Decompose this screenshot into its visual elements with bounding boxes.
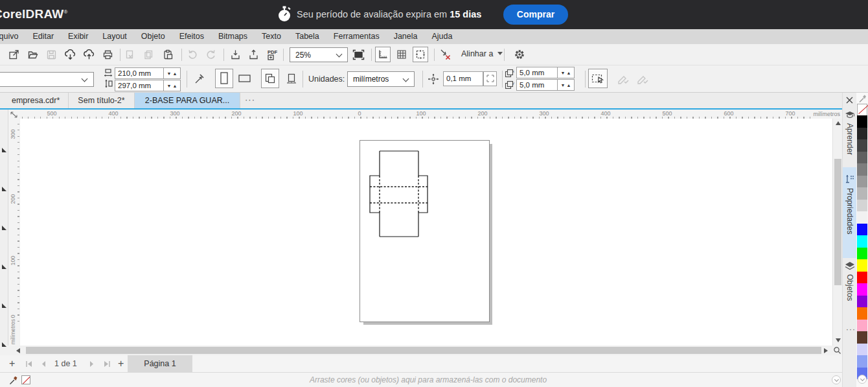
options-gear-button[interactable]	[512, 47, 527, 62]
add-page-before-button[interactable]: +	[9, 355, 15, 372]
color-swatch[interactable]	[857, 259, 867, 272]
page-size-preset-combobox[interactable]	[0, 72, 94, 87]
scroll-down-button[interactable]	[836, 338, 841, 342]
duplicate-x-spinner[interactable]: ▼▲	[558, 67, 575, 78]
menu-efeitos[interactable]: Efeitos	[172, 29, 211, 44]
copy-button[interactable]	[141, 47, 156, 62]
menu-janela[interactable]: Janela	[387, 29, 425, 44]
color-swatch[interactable]	[857, 307, 867, 320]
rulers-toggle-button[interactable]	[375, 47, 391, 62]
color-swatch[interactable]	[857, 235, 867, 248]
box-dieline-drawing[interactable]	[360, 141, 490, 323]
color-swatch[interactable]	[857, 224, 867, 236]
menu-texto[interactable]: Texto	[255, 29, 288, 44]
cut-button[interactable]	[122, 47, 137, 62]
no-color-swatch[interactable]	[857, 104, 867, 116]
color-swatch[interactable]	[857, 211, 867, 224]
previous-page-button[interactable]	[41, 361, 46, 367]
color-swatch[interactable]	[857, 331, 867, 344]
full-screen-preview-button[interactable]	[350, 47, 366, 62]
page-height-field[interactable]: 297,0 mm	[115, 80, 164, 91]
color-swatch[interactable]	[857, 344, 867, 356]
color-swatch[interactable]	[857, 187, 867, 200]
toolbox-flyout-arrow[interactable]	[2, 342, 6, 347]
duplicate-distance-x-field[interactable]: 5,0 mm	[516, 67, 558, 78]
save-button[interactable]	[43, 47, 59, 62]
new-document-button[interactable]	[6, 47, 21, 62]
print-button[interactable]	[100, 47, 115, 62]
zoom-tool-button[interactable]	[832, 346, 842, 355]
docker-tab-propriedades[interactable]: Propriedades	[845, 188, 854, 234]
buy-button[interactable]: Comprar	[503, 5, 568, 25]
landscape-orientation-button[interactable]	[236, 69, 254, 88]
scroll-left-button[interactable]	[16, 348, 20, 353]
menu-exibir[interactable]: Exibir	[61, 29, 95, 44]
per-object-outline-button[interactable]	[635, 71, 650, 87]
menu-layout[interactable]: Layout	[95, 29, 134, 44]
snap-off-button[interactable]	[438, 47, 453, 62]
zoom-level-combobox[interactable]: 25%	[290, 47, 348, 62]
document-tab-sem-titulo[interactable]: Sem título-2*	[69, 93, 135, 108]
first-page-button[interactable]	[26, 361, 32, 367]
pdf-button[interactable]: PDF	[264, 47, 280, 62]
toolbox-flyout-arrow[interactable]	[2, 226, 6, 230]
docker-tab-aprender[interactable]: Aprender	[845, 123, 854, 155]
treat-as-filled-button[interactable]	[588, 69, 608, 88]
menu-objeto[interactable]: Objeto	[134, 29, 172, 44]
color-swatch[interactable]	[857, 128, 867, 140]
next-page-button[interactable]	[89, 361, 94, 367]
cloud-upload-button[interactable]	[81, 47, 97, 62]
page-width-spinner[interactable]: ▼▲	[164, 67, 181, 79]
ruler-origin-button[interactable]	[8, 110, 19, 119]
status-bar-expand-button[interactable]	[832, 375, 841, 384]
nudge-distance-field[interactable]: 0,1 mm	[443, 71, 483, 86]
more-dockers-button[interactable]: ···	[846, 325, 856, 334]
menu-ferramentas[interactable]: Ferramentas	[326, 29, 387, 44]
palette-expand-button[interactable]	[858, 375, 867, 384]
horizontal-scroll-thumb[interactable]	[26, 347, 821, 354]
menu-bitmaps[interactable]: Bitmaps	[211, 29, 255, 44]
cloud-download-button[interactable]	[62, 47, 78, 62]
per-object-fill-button[interactable]	[615, 71, 631, 87]
document-tab-empresa[interactable]: empresa.cdr*	[3, 93, 69, 108]
menu-tabela[interactable]: Tabela	[288, 29, 326, 44]
page-tab[interactable]: Página 1	[128, 355, 192, 372]
duplicate-distance-y-field[interactable]: 5,0 mm	[516, 79, 558, 91]
color-swatch[interactable]	[857, 355, 867, 368]
add-page-after-button[interactable]: +	[118, 355, 124, 372]
open-button[interactable]	[25, 47, 40, 62]
toolbox-strip[interactable]	[0, 110, 8, 346]
color-swatch[interactable]	[857, 163, 867, 176]
grid-toggle-button[interactable]	[394, 47, 409, 62]
toolbox-flyout-arrow[interactable]	[2, 187, 6, 191]
color-swatch[interactable]	[857, 272, 867, 284]
color-swatch[interactable]	[857, 152, 867, 164]
import-button[interactable]	[227, 47, 243, 62]
last-page-button[interactable]	[104, 361, 110, 367]
guidelines-toggle-button[interactable]	[413, 47, 428, 62]
toolbox-flyout-arrow[interactable]	[2, 264, 6, 269]
scale-factor-button[interactable]	[192, 71, 207, 87]
page-height-spinner[interactable]: ▼▲	[164, 80, 181, 91]
vertical-ruler[interactable]: milímetros 3002001000	[8, 119, 19, 346]
color-swatch[interactable]	[857, 283, 867, 296]
palette-eyedropper-icon[interactable]	[858, 94, 867, 103]
document-page[interactable]	[360, 140, 490, 322]
more-tabs-button[interactable]: ···	[245, 95, 255, 104]
toolbox-flyout-arrow[interactable]	[2, 148, 6, 152]
scroll-up-button[interactable]	[836, 121, 841, 125]
color-swatch[interactable]	[857, 139, 867, 152]
color-swatch[interactable]	[857, 248, 867, 260]
menu-arquivo[interactable]: Arquivo	[0, 29, 25, 44]
scroll-right-button[interactable]	[824, 348, 828, 353]
redo-button[interactable]	[203, 47, 218, 62]
units-combobox[interactable]: milímetros	[347, 71, 415, 87]
close-document-button[interactable]	[845, 95, 855, 106]
document-tab-active[interactable]: 2-BASE PARA GUAR...	[135, 93, 240, 108]
duplicate-y-spinner[interactable]: ▼▲	[558, 79, 575, 91]
docker-tab-objetos[interactable]: Objetos	[845, 274, 854, 301]
vertical-scroll-thumb[interactable]	[834, 159, 841, 285]
page-width-field[interactable]: 210,0 mm	[115, 67, 164, 79]
menu-ajuda[interactable]: Ajuda	[425, 29, 460, 44]
horizontal-scrollbar[interactable]	[8, 346, 832, 355]
